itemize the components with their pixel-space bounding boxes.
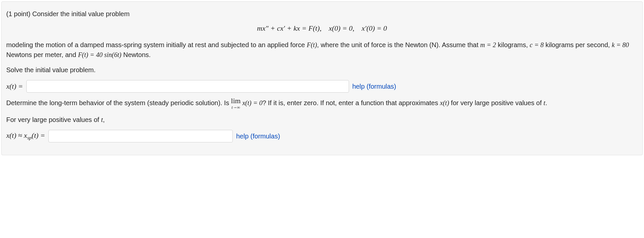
- limit-expression: limt→∞: [231, 97, 241, 109]
- text-segment: Newtons.: [121, 51, 151, 58]
- text-segment: for very large positive values of: [449, 99, 544, 106]
- equation-display: mx″ + cx′ + kx = F(t), x(0) = 0, x′(0) =…: [6, 24, 638, 33]
- lim-top: lim: [231, 97, 241, 104]
- answer2-label: x(t) ≈ xsp(t) =: [6, 131, 45, 141]
- answer2-input[interactable]: [48, 130, 233, 142]
- text-segment: , where the unit of force is the Newton …: [317, 41, 480, 48]
- answer-row-2: x(t) ≈ xsp(t) = help (formulas): [6, 130, 638, 142]
- math-ft: F(t): [307, 41, 317, 48]
- math-k: k = 80: [612, 41, 629, 48]
- answer1-label: x(t) =: [6, 82, 23, 91]
- longterm-paragraph: Determine the long-term behavior of the …: [6, 97, 638, 109]
- answer2-label-b: (t) =: [32, 131, 45, 139]
- math-xt: x(t): [440, 99, 449, 106]
- text-segment: kilograms,: [496, 41, 530, 48]
- text-segment: Newtons per meter, and: [6, 51, 78, 58]
- intro-paragraph: (1 point) Consider the initial value pro…: [6, 9, 638, 19]
- text-segment: Determine the long-term behavior of the …: [6, 99, 231, 106]
- help-formulas-link-2[interactable]: help (formulas): [236, 133, 280, 140]
- intro-text: Consider the initial value problem: [32, 10, 130, 17]
- large-t-paragraph: For very large positive values of t,: [6, 115, 638, 125]
- solve-instruction: Solve the initial value problem.: [6, 65, 638, 75]
- help-formulas-link[interactable]: help (formulas): [352, 83, 396, 90]
- math-c: c = 8: [530, 41, 544, 48]
- answer2-label-sub: sp: [27, 135, 32, 141]
- answer-row-1: x(t) = help (formulas): [6, 80, 638, 93]
- text-segment: .: [545, 99, 547, 106]
- lim-right: x(t) = 0: [241, 99, 262, 106]
- math-f: F(t) = 40 sin(6t): [78, 51, 121, 58]
- text-segment: kilograms per second,: [544, 41, 612, 48]
- answer2-label-a: x(t) ≈ x: [6, 131, 27, 139]
- lim-bottom: t→∞: [231, 105, 241, 109]
- math-m: m = 2: [480, 41, 496, 48]
- modeling-paragraph: modeling the motion of a damped mass-spr…: [6, 40, 638, 60]
- text-segment: ,: [103, 116, 105, 123]
- text-segment: For very large positive values of: [6, 116, 101, 123]
- points-label: (1 point): [6, 10, 32, 17]
- problem-container: (1 point) Consider the initial value pro…: [1, 1, 643, 155]
- text-segment: modeling the motion of a damped mass-spr…: [6, 41, 307, 48]
- answer1-input[interactable]: [26, 80, 349, 93]
- text-segment: ? If it is, enter zero. If not, enter a …: [262, 99, 440, 106]
